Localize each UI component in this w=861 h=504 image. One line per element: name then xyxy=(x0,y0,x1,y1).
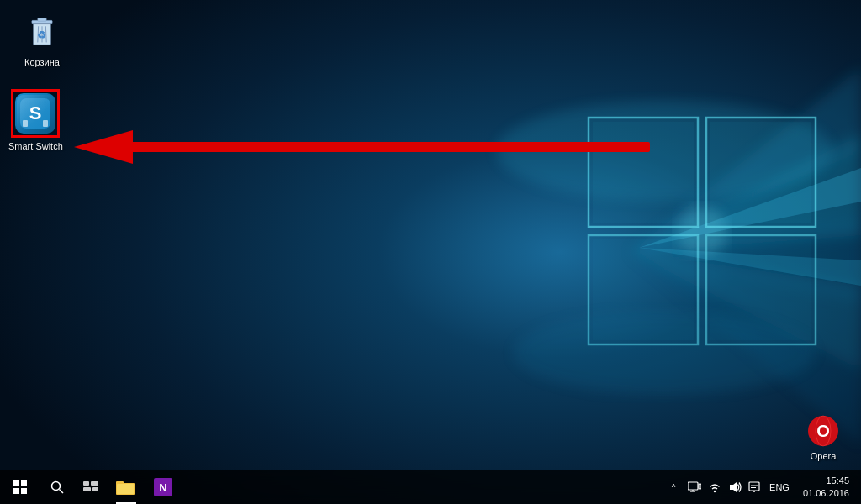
svg-rect-45 xyxy=(688,482,698,490)
svg-rect-51 xyxy=(749,482,759,491)
chevron-up-icon: ^ xyxy=(667,480,680,494)
taskbar-clock[interactable]: 15:45 01.06.2016 xyxy=(796,470,856,504)
svg-rect-41 xyxy=(92,487,98,491)
file-explorer-icon xyxy=(116,479,136,496)
svg-rect-26 xyxy=(20,98,50,129)
task-view-icon xyxy=(83,481,98,493)
clock-date: 01.06.2016 xyxy=(803,487,849,500)
smart-switch-desktop-icon[interactable]: S Smart Switch xyxy=(8,89,63,152)
task-view-button[interactable] xyxy=(74,470,108,504)
svg-text:S: S xyxy=(29,102,42,123)
systray-action-center[interactable] xyxy=(746,470,763,504)
taskbar-onenote[interactable]: N xyxy=(145,470,182,504)
wifi-icon xyxy=(708,481,721,493)
taskbar-pinned-apps: N xyxy=(108,470,182,504)
onenote-icon: N xyxy=(154,478,172,496)
systray-wifi[interactable] xyxy=(705,470,724,504)
svg-point-49 xyxy=(714,491,716,492)
svg-rect-38 xyxy=(83,481,89,486)
recycle-bin-icon[interactable]: ♻ Корзина xyxy=(8,8,76,73)
systray-language[interactable]: ENG xyxy=(764,470,795,504)
systray-chevron[interactable]: ^ xyxy=(663,470,684,504)
opera-desktop-icon[interactable]: O Opera xyxy=(794,414,853,462)
smart-switch-label: Smart Switch xyxy=(8,141,63,152)
svg-point-36 xyxy=(52,482,61,491)
taskbar-file-explorer[interactable] xyxy=(108,470,145,504)
svg-rect-27 xyxy=(20,98,50,129)
search-icon xyxy=(50,480,64,494)
svg-rect-44 xyxy=(117,484,134,494)
taskbar-systray: ^ xyxy=(663,470,861,504)
svg-rect-30 xyxy=(43,120,48,127)
smart-switch-highlight-border: S xyxy=(11,89,60,138)
taskbar: N ^ xyxy=(0,470,861,504)
device-icon xyxy=(688,481,701,493)
recycle-bin-label: Корзина xyxy=(24,57,60,68)
svg-rect-20 xyxy=(38,18,46,21)
svg-line-37 xyxy=(60,490,64,494)
systray-device-icon[interactable] xyxy=(685,470,704,504)
desktop: ♻ Корзина xyxy=(0,0,861,504)
svg-marker-50 xyxy=(730,482,737,492)
smart-switch-icon-image: S xyxy=(15,93,55,134)
action-center-icon xyxy=(748,481,760,493)
svg-text:O: O xyxy=(816,422,830,440)
svg-rect-29 xyxy=(23,120,28,127)
desktop-icons-area: ♻ Корзина xyxy=(0,0,861,470)
systray-volume[interactable] xyxy=(726,470,744,504)
opera-label: Opera xyxy=(811,451,837,462)
svg-text:♻: ♻ xyxy=(38,29,47,41)
svg-rect-39 xyxy=(91,481,98,486)
svg-rect-40 xyxy=(83,487,91,491)
recycle-bin-image: ♻ xyxy=(22,13,62,54)
start-button[interactable] xyxy=(0,470,40,504)
opera-icon-image: O xyxy=(806,414,840,448)
clock-time: 15:45 xyxy=(826,475,849,487)
language-label: ENG xyxy=(769,482,790,492)
svg-rect-46 xyxy=(699,484,701,489)
volume-icon xyxy=(728,481,742,493)
search-button[interactable] xyxy=(40,470,74,504)
windows-logo-icon xyxy=(13,480,27,494)
